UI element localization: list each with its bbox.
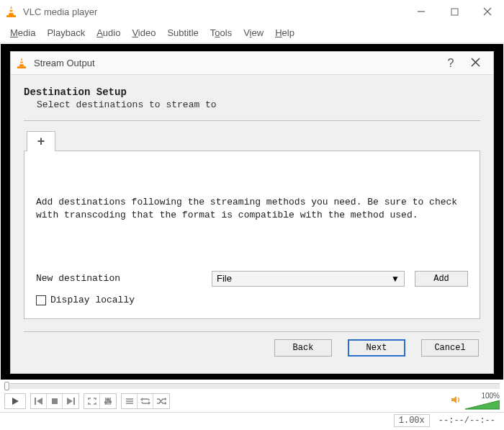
maximize-button[interactable] xyxy=(438,0,471,23)
volume-slider[interactable] xyxy=(465,400,500,411)
window-title: VLC media player xyxy=(23,6,405,17)
fullscreen-button[interactable] xyxy=(84,394,100,408)
seek-bar[interactable] xyxy=(10,383,500,390)
svg-marker-31 xyxy=(165,398,166,400)
speaker-icon[interactable] xyxy=(451,395,462,408)
svg-rect-15 xyxy=(35,398,36,405)
new-destination-label: New destination xyxy=(36,272,212,285)
cancel-button[interactable]: Cancel xyxy=(421,339,479,357)
svg-marker-16 xyxy=(37,398,42,405)
stop-button[interactable] xyxy=(47,394,63,408)
speed-indicator[interactable]: 1.00x xyxy=(394,414,430,427)
minimize-button[interactable] xyxy=(405,0,438,23)
vlc-cone-icon xyxy=(17,58,30,69)
play-button[interactable] xyxy=(5,394,25,408)
svg-rect-5 xyxy=(451,9,458,15)
svg-rect-9 xyxy=(20,60,23,61)
svg-marker-18 xyxy=(67,398,73,405)
svg-point-24 xyxy=(107,399,109,401)
section-title: Destination Setup xyxy=(24,86,480,98)
shuffle-button[interactable] xyxy=(153,394,169,408)
separator xyxy=(24,120,480,121)
dialog-close-button[interactable] xyxy=(463,57,487,70)
separator xyxy=(24,331,480,332)
menubar: Media Playback Audio Video Subtitle Tool… xyxy=(0,23,504,43)
chevron-down-icon: ▼ xyxy=(391,274,400,284)
back-button[interactable]: Back xyxy=(274,339,332,357)
close-button[interactable] xyxy=(471,0,504,23)
loop-button[interactable] xyxy=(138,394,153,408)
svg-line-6 xyxy=(484,8,491,15)
destination-selected-value: File xyxy=(217,273,232,284)
menu-media[interactable]: Media xyxy=(4,26,41,40)
svg-rect-2 xyxy=(9,12,13,13)
svg-marker-30 xyxy=(148,401,150,405)
destination-select[interactable]: File ▼ xyxy=(212,271,405,287)
time-indicator: --:--/--:-- xyxy=(434,415,500,426)
section-subtitle: Select destinations to stream to xyxy=(37,99,480,110)
svg-line-7 xyxy=(484,8,491,15)
svg-rect-3 xyxy=(6,15,16,17)
stream-output-dialog: Stream Output ? Destination Setup Select… xyxy=(10,51,494,374)
tab-content: Add destinations following the streaming… xyxy=(24,151,480,319)
tab-add-destination[interactable]: + xyxy=(27,131,55,151)
menu-help[interactable]: Help xyxy=(269,26,300,40)
display-locally-checkbox[interactable]: Display locally xyxy=(36,294,468,307)
menu-playback[interactable]: Playback xyxy=(41,26,91,40)
svg-marker-8 xyxy=(19,58,24,66)
video-stage: Stream Output ? Destination Setup Select… xyxy=(1,44,503,380)
dialog-help-button[interactable]: ? xyxy=(438,57,463,70)
svg-point-23 xyxy=(105,402,107,404)
svg-rect-10 xyxy=(19,63,24,64)
svg-rect-17 xyxy=(52,398,58,404)
add-button[interactable]: Add xyxy=(415,271,468,287)
display-locally-label: Display locally xyxy=(50,294,135,307)
next-button[interactable]: Next xyxy=(348,339,405,357)
extended-settings-button[interactable] xyxy=(100,394,116,408)
next-button[interactable] xyxy=(63,394,78,408)
menu-video[interactable]: Video xyxy=(126,26,161,40)
previous-button[interactable] xyxy=(31,394,47,408)
svg-rect-1 xyxy=(9,9,13,10)
playlist-button[interactable] xyxy=(122,394,138,408)
menu-audio[interactable]: Audio xyxy=(91,26,126,40)
svg-marker-33 xyxy=(451,396,456,403)
svg-marker-0 xyxy=(9,6,14,15)
seek-handle[interactable] xyxy=(4,382,9,390)
checkbox-box-icon xyxy=(36,295,46,305)
volume-percent: 100% xyxy=(481,392,500,400)
menu-tools[interactable]: Tools xyxy=(204,26,238,40)
svg-marker-29 xyxy=(140,398,143,401)
svg-rect-11 xyxy=(17,66,26,68)
menu-subtitle[interactable]: Subtitle xyxy=(161,26,204,40)
dialog-title: Stream Output xyxy=(34,58,438,68)
vlc-cone-icon xyxy=(6,6,19,18)
info-text: Add destinations following the streaming… xyxy=(36,196,468,222)
plus-icon: + xyxy=(37,134,45,149)
svg-point-25 xyxy=(109,401,112,403)
menu-view[interactable]: View xyxy=(238,26,269,40)
svg-marker-14 xyxy=(12,398,19,405)
svg-rect-19 xyxy=(73,398,75,405)
svg-marker-32 xyxy=(165,402,166,405)
